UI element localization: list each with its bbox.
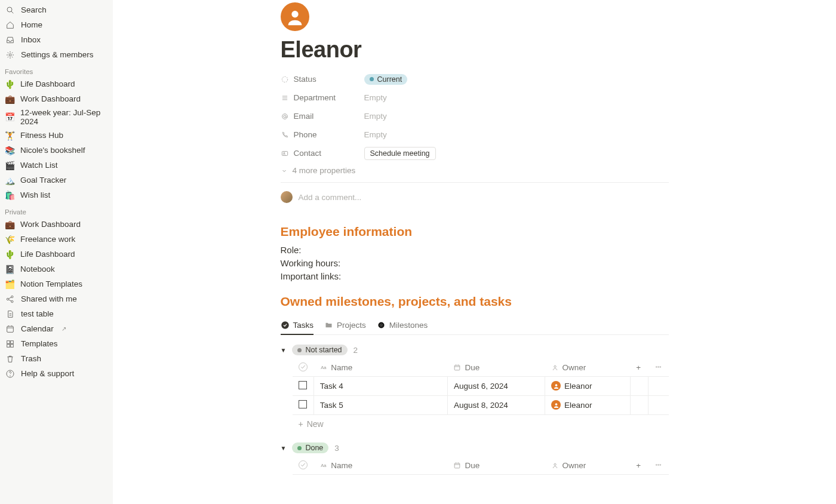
add-column-button[interactable]: + — [630, 359, 648, 377]
sidebar-page-item[interactable]: 📓Notebook — [0, 262, 113, 276]
sidebar-page-item[interactable]: 🗂️Notion Templates — [0, 276, 113, 291]
share-icon — [5, 294, 16, 305]
sidebar-label: Work Dashboard — [20, 94, 81, 103]
group-status-pill[interactable]: Not started — [292, 345, 347, 355]
svg-point-39 — [658, 366, 659, 367]
cell-name[interactable]: Task 4 — [314, 377, 447, 396]
property-label[interactable]: Status — [281, 75, 364, 84]
employee-info-heading[interactable]: Employee information — [281, 225, 669, 239]
sidebar-page-item[interactable]: 🌵Life Dashboard — [0, 76, 113, 91]
sidebar-help-support[interactable]: Help & support — [0, 366, 113, 381]
svg-point-27 — [283, 152, 284, 153]
sidebar-page-item[interactable]: 🏋️Fitness Hub — [0, 128, 113, 143]
col-name[interactable]: AaName — [314, 457, 447, 475]
sidebar-page-item[interactable]: test table — [0, 306, 113, 321]
schedule-meeting-button[interactable]: Schedule meeting — [364, 147, 436, 160]
col-check — [293, 359, 314, 377]
page-emoji: 🌵 — [5, 250, 15, 259]
sidebar-settings-members[interactable]: Settings & members — [0, 47, 113, 62]
svg-line-1 — [11, 11, 13, 13]
sidebar-page-item[interactable]: 🎬Watch List — [0, 158, 113, 173]
sidebar-page-item[interactable]: Shared with me — [0, 291, 113, 306]
tab-projects[interactable]: Projects — [324, 316, 366, 334]
sidebar-page-item[interactable]: 📅12-week year: Jul-Sep 2024 — [0, 106, 113, 128]
body-line[interactable]: Working hours: — [281, 258, 669, 268]
svg-text:Aa: Aa — [321, 365, 327, 370]
property-label[interactable]: Phone — [281, 130, 364, 139]
cell-name[interactable]: Task 5 — [314, 396, 447, 415]
sidebar-page-item[interactable]: 📚Nicole's bookshelf — [0, 143, 113, 158]
page-emoji: 💼 — [5, 220, 15, 229]
property-value-empty[interactable]: Empty — [364, 130, 387, 139]
comment-placeholder: Add a comment... — [299, 193, 362, 202]
page-emoji: 📓 — [5, 265, 15, 274]
doc-icon — [5, 309, 16, 319]
body-line[interactable]: Role: — [281, 245, 669, 255]
group-status-pill[interactable]: Done — [292, 442, 328, 453]
sidebar-templates[interactable]: Templates — [0, 336, 113, 351]
property-label[interactable]: Department — [281, 93, 364, 102]
sidebar-page-item[interactable]: 🏔️Goal Tracker — [0, 173, 113, 188]
sidebar-page-item[interactable]: 💼Work Dashboard — [0, 91, 113, 106]
col-owner[interactable]: Owner — [545, 359, 631, 377]
table-row[interactable]: Task 5 August 8, 2024 Eleanor — [293, 396, 669, 415]
page-avatar[interactable] — [281, 2, 309, 31]
comment-row[interactable]: Add a comment... — [281, 182, 669, 211]
sidebar-calendar[interactable]: Calendar ↗ — [0, 321, 113, 336]
col-name[interactable]: AaName — [314, 359, 447, 377]
page-emoji: 🎬 — [5, 161, 15, 170]
page-emoji: 🏔️ — [5, 176, 15, 185]
group-toggle-icon[interactable]: ▼ — [281, 445, 287, 451]
cell-owner[interactable]: Eleanor — [545, 377, 631, 396]
sidebar-label: Fitness Hub — [20, 131, 63, 140]
tab-tasks[interactable]: Tasks — [281, 316, 314, 334]
page-emoji: 🌾 — [5, 235, 15, 244]
column-menu-button[interactable] — [648, 457, 669, 475]
svg-point-5 — [11, 300, 13, 302]
property-value-empty[interactable]: Empty — [364, 112, 387, 121]
tab-milestones[interactable]: Milestones — [377, 316, 428, 334]
svg-point-31 — [381, 325, 382, 325]
sidebar-label: Settings & members — [21, 50, 94, 59]
svg-point-4 — [11, 296, 13, 297]
col-due[interactable]: Due — [447, 457, 545, 475]
sidebar-home[interactable]: Home — [0, 17, 113, 32]
body-line[interactable]: Important links: — [281, 271, 669, 281]
col-owner[interactable]: Owner — [545, 457, 631, 475]
sidebar-label: Life Dashboard — [20, 250, 75, 259]
sidebar-page-item[interactable]: 💼Work Dashboard — [0, 217, 113, 232]
inbox-icon — [5, 35, 16, 45]
group-count: 2 — [354, 346, 358, 355]
sidebar-search[interactable]: Search — [0, 2, 113, 17]
svg-point-40 — [660, 366, 661, 367]
group-toggle-icon[interactable]: ▼ — [281, 347, 287, 354]
sidebar-trash[interactable]: Trash — [0, 351, 113, 366]
column-menu-button[interactable] — [648, 359, 669, 377]
sidebar-page-item[interactable]: 🛍️Wish list — [0, 188, 113, 202]
page-title[interactable]: Eleanor — [281, 37, 669, 63]
sidebar-page-item[interactable]: 🌾Freelance work — [0, 232, 113, 247]
col-due[interactable]: Due — [447, 359, 545, 377]
table-row[interactable]: Task 4 August 6, 2024 Eleanor — [293, 377, 669, 396]
task-checkbox[interactable] — [299, 400, 307, 408]
more-properties-toggle[interactable]: 4 more properties — [281, 162, 669, 179]
cell-due[interactable]: August 6, 2024 — [447, 377, 545, 396]
view-tabs: TasksProjectsMilestones — [281, 316, 669, 335]
svg-point-41 — [555, 384, 557, 386]
status-dot — [370, 77, 374, 81]
property-label[interactable]: Contact — [281, 149, 364, 158]
sidebar-page-item[interactable]: 🌵Life Dashboard — [0, 247, 113, 262]
status-pill[interactable]: Current — [364, 74, 408, 85]
svg-point-37 — [554, 365, 555, 367]
sidebar-inbox[interactable]: Inbox — [0, 32, 113, 47]
property-value-empty[interactable]: Empty — [364, 93, 387, 102]
cell-due[interactable]: August 8, 2024 — [447, 396, 545, 415]
property-label[interactable]: Email — [281, 112, 364, 121]
new-row-button[interactable]: +New — [293, 415, 669, 433]
add-column-button[interactable]: + — [630, 457, 648, 475]
owned-heading[interactable]: Owned milestones, projects, and tasks — [281, 294, 669, 309]
sidebar-label: Notion Templates — [20, 279, 82, 288]
task-checkbox[interactable] — [299, 381, 307, 389]
cell-owner[interactable]: Eleanor — [545, 396, 631, 415]
calendar-icon — [5, 324, 16, 334]
